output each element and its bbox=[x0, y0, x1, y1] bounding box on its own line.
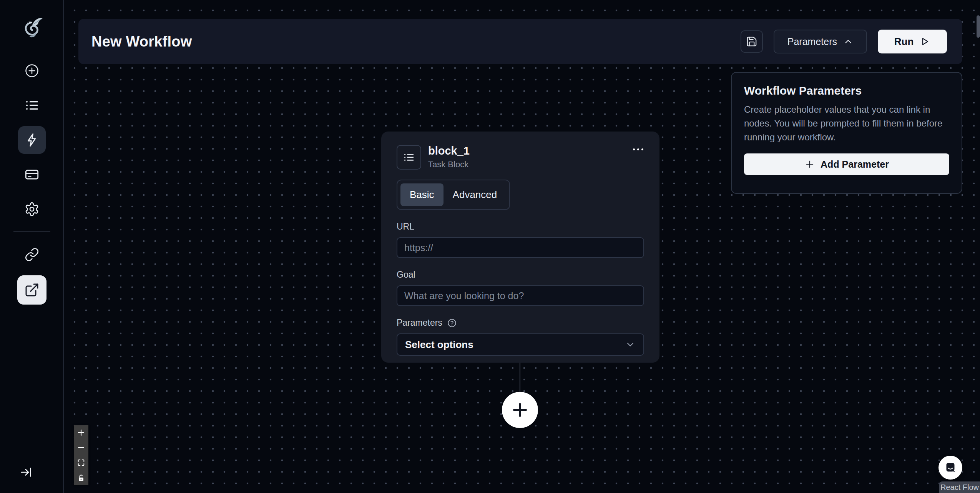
sidebar-item-external[interactable] bbox=[17, 275, 47, 305]
node-title: block_1 bbox=[428, 145, 470, 157]
gear-icon bbox=[24, 202, 40, 217]
sidebar-item-billing[interactable] bbox=[18, 161, 46, 188]
sidebar-collapse-button[interactable] bbox=[18, 464, 35, 481]
chat-bubble-icon bbox=[943, 461, 957, 475]
node-connector-edge bbox=[520, 363, 520, 393]
page-title: New Workflow bbox=[91, 33, 192, 50]
run-button[interactable]: Run bbox=[878, 30, 947, 53]
add-parameter-button[interactable]: Add Parameter bbox=[744, 153, 949, 175]
node-mode-tabs: Basic Advanced bbox=[397, 180, 510, 210]
play-icon bbox=[919, 36, 930, 47]
add-node-button[interactable] bbox=[502, 392, 538, 428]
sidebar bbox=[0, 0, 64, 493]
lock-interactivity-button[interactable] bbox=[74, 470, 88, 485]
url-label: URL bbox=[397, 222, 644, 232]
chat-widget-button[interactable] bbox=[938, 456, 962, 480]
unlock-icon bbox=[77, 474, 85, 482]
sidebar-item-tasks[interactable] bbox=[18, 92, 46, 119]
parameters-panel-description: Create placeholder values that you can l… bbox=[744, 103, 949, 144]
parameters-label: Parameters bbox=[397, 318, 442, 328]
tab-basic[interactable]: Basic bbox=[400, 183, 443, 206]
url-input[interactable] bbox=[397, 237, 644, 258]
floppy-save-icon bbox=[746, 36, 757, 47]
node-titles: block_1 Task Block bbox=[428, 145, 470, 170]
chevron-up-icon bbox=[843, 37, 853, 47]
parameters-toggle-button[interactable]: Parameters bbox=[774, 30, 867, 53]
sidebar-divider bbox=[13, 232, 50, 232]
chevron-down-icon bbox=[625, 339, 636, 350]
goal-label: Goal bbox=[397, 270, 644, 280]
skyvern-dragon-logo[interactable] bbox=[19, 14, 45, 42]
minus-icon bbox=[76, 443, 86, 452]
workflow-parameters-panel: Workflow Parameters Create placeholder v… bbox=[731, 72, 962, 194]
ellipsis-icon bbox=[633, 148, 635, 150]
credit-card-icon bbox=[24, 167, 40, 182]
fit-view-button[interactable] bbox=[74, 455, 88, 470]
tab-advanced[interactable]: Advanced bbox=[443, 183, 507, 206]
node-subtitle: Task Block bbox=[428, 160, 470, 170]
run-button-label: Run bbox=[894, 36, 914, 48]
node-menu-button[interactable] bbox=[632, 145, 644, 154]
plus-icon bbox=[510, 400, 530, 420]
task-block-node[interactable]: block_1 Task Block Basic Advanced URL Go… bbox=[381, 132, 659, 363]
scrollbar-thumb[interactable] bbox=[977, 15, 980, 38]
arrow-to-bar-icon bbox=[19, 465, 33, 479]
plus-circle-icon bbox=[24, 63, 40, 78]
parameters-panel-title: Workflow Parameters bbox=[744, 84, 949, 97]
list-icon bbox=[403, 151, 415, 163]
plus-icon bbox=[76, 428, 86, 437]
zoom-in-button[interactable] bbox=[74, 425, 88, 440]
canvas-controls bbox=[74, 425, 88, 485]
external-link-icon bbox=[24, 282, 40, 298]
parameters-select-value: Select options bbox=[405, 339, 473, 351]
fit-view-icon bbox=[77, 458, 85, 467]
parameters-button-label: Parameters bbox=[787, 36, 837, 47]
help-circle-icon[interactable] bbox=[447, 318, 457, 328]
sidebar-nav bbox=[0, 42, 63, 305]
react-flow-attribution[interactable]: React Flow bbox=[939, 481, 980, 493]
node-header: block_1 Task Block bbox=[397, 145, 644, 170]
header-actions: Parameters Run bbox=[741, 30, 947, 53]
parameters-label-row: Parameters bbox=[397, 318, 644, 328]
node-icon-box bbox=[397, 145, 421, 170]
plus-icon bbox=[804, 159, 815, 170]
lightning-icon bbox=[24, 132, 40, 148]
sidebar-item-workflows[interactable] bbox=[18, 126, 46, 154]
workflow-header: New Workflow Parameters Run bbox=[78, 19, 962, 64]
link-icon bbox=[25, 247, 39, 262]
sidebar-item-create[interactable] bbox=[18, 57, 46, 85]
parameters-select[interactable]: Select options bbox=[397, 333, 644, 356]
goal-input[interactable] bbox=[397, 285, 644, 306]
sidebar-item-settings[interactable] bbox=[18, 195, 46, 223]
save-button[interactable] bbox=[741, 30, 763, 53]
sidebar-item-link[interactable] bbox=[18, 241, 46, 268]
add-parameter-label: Add Parameter bbox=[821, 159, 889, 170]
zoom-out-button[interactable] bbox=[74, 440, 88, 455]
list-icon bbox=[24, 98, 40, 113]
